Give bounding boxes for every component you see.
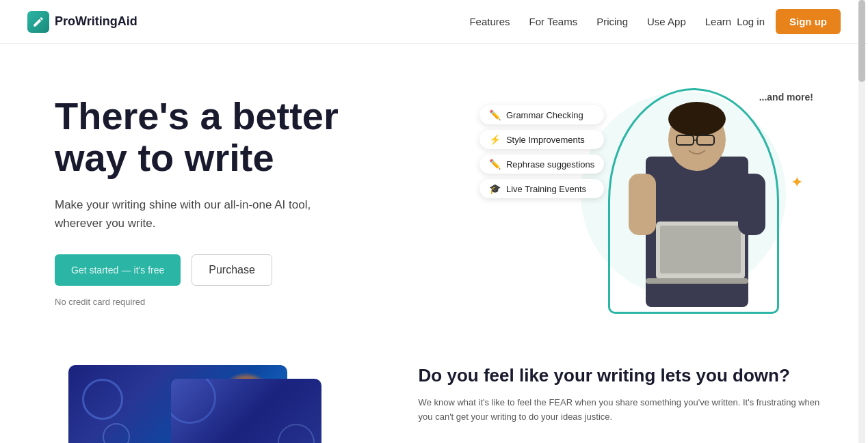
card-stack-area: My idea in my head [55,358,364,443]
logo-link[interactable]: ProWritingAid [27,11,137,33]
logo-icon [27,11,49,33]
nav-use-app[interactable]: Use App [647,16,686,27]
person-illustration [608,85,786,317]
feature-pills: ✏️ Grammar Checking ⚡ Style Improvements… [479,105,604,198]
nav-features[interactable]: Features [469,16,510,27]
get-started-label: Get started [71,265,118,276]
pill-training: 🎓 Live Training Events [479,179,604,198]
edit-icon: ✏️ [489,159,501,170]
grad-icon: 🎓 [489,183,501,194]
bottom-text: We know what it's like to feel the FEAR … [419,396,827,425]
bottom-content: Do you feel like your writing lets you d… [419,358,827,425]
svg-rect-8 [646,278,748,284]
pill-rephrase: ✏️ Rephrase suggestions [479,155,604,174]
hero-illustration: ✏️ Grammar Checking ⚡ Style Improvements… [479,85,827,317]
swirl-2 [103,423,130,443]
scrollbar[interactable] [858,0,865,443]
pill-style: ⚡ Style Improvements [479,130,604,149]
pill-rephrase-label: Rephrase suggestions [506,159,594,170]
get-started-suffix: — it's free [122,265,165,276]
blue-card-background [171,379,321,443]
nav-links: Features For Teams Pricing Use App Learn [469,16,731,28]
hero-heading: There's a better way to write [55,95,479,179]
svg-point-2 [668,102,726,136]
purchase-button[interactable]: Purchase [192,254,272,286]
nav-pricing[interactable]: Pricing [596,16,628,27]
sparkle-icon: ✦ [791,174,803,191]
hero-subtext: Make your writing shine with our all-in-… [55,196,315,232]
hero-content: There's a better way to write Make your … [55,95,479,308]
svg-rect-7 [660,226,741,273]
pill-training-label: Live Training Events [506,184,586,194]
navbar: ProWritingAid Features For Teams Pricing… [0,0,868,44]
svg-rect-10 [738,174,765,235]
login-button[interactable]: Log in [737,16,765,27]
no-credit-text: No credit card required [55,297,479,307]
nav-for-teams[interactable]: For Teams [529,16,578,27]
swirl-1 [82,379,123,420]
bottom-section: My idea in my head Do you feel like your… [0,345,868,443]
pill-grammar: ✏️ Grammar Checking [479,105,604,124]
scroll-thumb[interactable] [858,0,865,82]
hero-section: There's a better way to write Make your … [0,44,868,345]
bottom-heading: Do you feel like your writing lets you d… [419,365,827,386]
svg-rect-9 [629,174,656,235]
pill-style-label: Style Improvements [506,135,585,145]
get-started-button[interactable]: Get started — it's free [55,254,181,286]
pill-grammar-label: Grammar Checking [506,110,583,120]
logo-text: ProWritingAid [55,14,137,29]
lightning-icon: ⚡ [489,134,501,145]
nav-learn[interactable]: Learn [705,16,731,27]
hero-cta-group: Get started — it's free Purchase [55,254,479,286]
card-front [171,379,321,443]
pencil-icon: ✏️ [489,109,501,120]
card-stack: My idea in my head [55,358,287,443]
signup-button[interactable]: Sign up [776,9,841,34]
